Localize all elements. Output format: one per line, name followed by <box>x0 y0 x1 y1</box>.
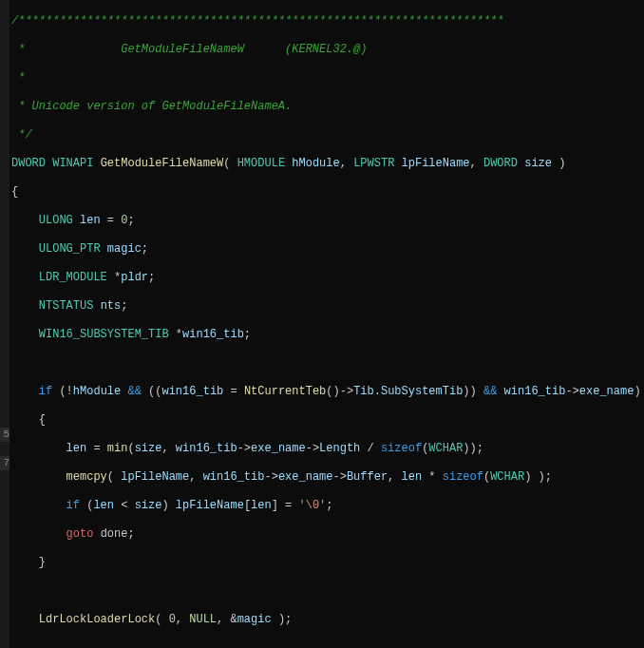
type: HMODULE <box>237 157 285 170</box>
code-editor[interactable]: /***************************************… <box>11 0 641 648</box>
var: len <box>402 470 423 484</box>
var: magic <box>107 242 142 256</box>
keyword: goto <box>66 527 94 541</box>
type: NTSTATUS <box>39 299 94 313</box>
type: ULONG_PTR <box>39 242 101 256</box>
param: lpFileName <box>402 157 470 170</box>
type: WCHAR <box>428 442 463 455</box>
member: Buffer <box>347 470 388 484</box>
var: pldr <box>121 271 148 284</box>
var: len <box>93 499 114 512</box>
var: win16_tib <box>203 470 265 484</box>
keyword: if <box>66 499 80 512</box>
comment-fn: GetModuleFileNameW <box>121 43 244 56</box>
var: len <box>80 214 101 227</box>
type: DWORD <box>11 157 46 170</box>
var: len <box>251 499 272 512</box>
type: DWORD <box>483 157 518 170</box>
type: WINAPI <box>52 157 93 170</box>
type: WCHAR <box>490 470 524 484</box>
var: win16_tib <box>161 385 223 398</box>
var: magic <box>237 613 272 626</box>
keyword: if <box>39 385 52 398</box>
constant: NULL <box>189 613 217 626</box>
type: LPWSTR <box>353 157 394 170</box>
brace: } <box>39 556 46 569</box>
label: done <box>101 527 128 541</box>
keyword: sizeof <box>443 470 483 484</box>
var: win16_tib <box>182 328 244 341</box>
brace: { <box>11 185 18 199</box>
function-call: LdrLockLoaderLock <box>39 613 155 626</box>
gutter-num-2: 7 <box>0 456 9 470</box>
param: hModule <box>292 157 339 170</box>
type: LDR_MODULE <box>39 271 107 284</box>
var: lpFileName <box>176 499 244 512</box>
comment: * <box>11 71 25 85</box>
string: '\0' <box>299 499 327 512</box>
var: size <box>135 499 162 512</box>
member: Tib <box>353 385 374 398</box>
function-call: min <box>107 442 128 455</box>
function-call: NtCurrentTeb <box>244 385 326 398</box>
member: SubSystemTib <box>381 385 463 398</box>
var: nts <box>101 299 122 313</box>
comment: * Unicode version of GetModuleFileNameA. <box>11 100 292 113</box>
var: hModule <box>73 385 121 398</box>
member: Length <box>319 442 360 455</box>
var: win16_tib <box>176 442 237 455</box>
type: ULONG <box>39 214 73 227</box>
function-name: GetModuleFileNameW <box>101 157 224 170</box>
comment: */ <box>11 128 32 142</box>
comment: * <box>11 43 121 56</box>
gutter-num-1: 5 <box>0 428 9 442</box>
type: WIN16_SUBSYSTEM_TIB <box>39 328 169 341</box>
var: len <box>66 442 87 455</box>
function-call: memcpy <box>66 470 107 484</box>
keyword: sizeof <box>381 442 422 455</box>
member: exe_name <box>278 470 333 484</box>
brace: { <box>39 413 46 427</box>
var: size <box>135 442 162 455</box>
member: exe_name <box>251 442 306 455</box>
param: size <box>524 157 552 170</box>
var: lpFileName <box>121 470 189 484</box>
line-number-gutter: 5 7 <box>0 0 9 648</box>
var: win16_tib <box>504 385 566 398</box>
comment: /***************************************… <box>11 14 503 28</box>
member: exe_name <box>579 385 635 398</box>
number: 0 <box>169 613 176 626</box>
comment: (KERNEL32.@) <box>244 43 368 56</box>
